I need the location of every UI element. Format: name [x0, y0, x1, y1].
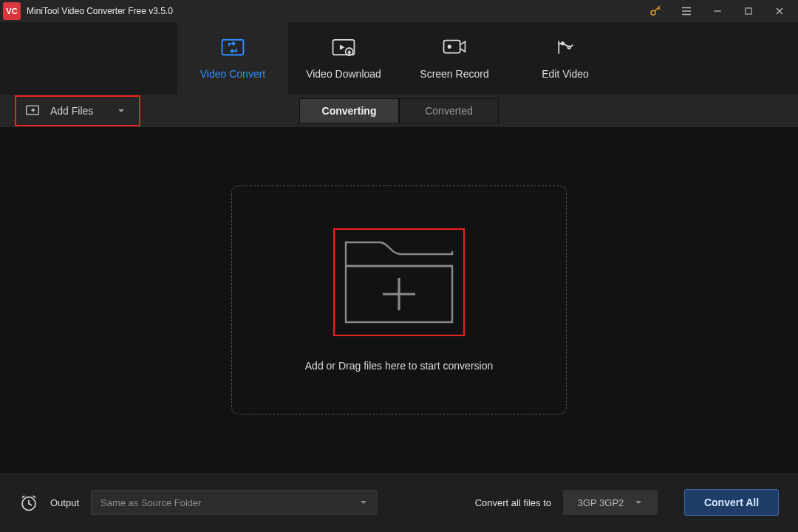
convert-all-button-label: Convert All [704, 497, 759, 508]
download-icon [331, 37, 356, 60]
subtab-label: Converting [322, 105, 377, 117]
main-panel: Add or Drag files here to start conversi… [0, 127, 798, 473]
app-title: MiniTool Video Converter Free v3.5.0 [27, 6, 173, 16]
chevron-down-icon [634, 497, 643, 508]
edit-icon [554, 37, 576, 60]
convert-all-button[interactable]: Convert All [684, 489, 779, 516]
tab-label: Video Download [306, 68, 381, 80]
output-folder-value: Same as Source Folder [100, 497, 202, 508]
close-button[interactable] [764, 0, 795, 22]
tab-label: Edit Video [542, 68, 589, 80]
add-files-label: Add Files [50, 105, 93, 117]
menu-icon[interactable] [671, 0, 702, 22]
subtab-converted[interactable]: Converted [399, 98, 499, 123]
tab-video-convert[interactable]: Video Convert [177, 22, 288, 95]
output-format-value: 3GP 3GP2 [578, 497, 624, 508]
add-file-icon [25, 103, 40, 119]
add-files-button[interactable]: Add Files [15, 95, 140, 126]
bottom-bar: Output Same as Source Folder Convert all… [0, 473, 798, 532]
app-logo: VC [3, 2, 21, 20]
main-tabs: Video Convert Video Download Screen Reco… [0, 22, 798, 95]
tab-video-download[interactable]: Video Download [288, 22, 399, 95]
svg-point-0 [651, 10, 655, 15]
tab-edit-video[interactable]: Edit Video [510, 22, 621, 95]
svg-rect-1 [746, 8, 751, 14]
subtab-label: Converted [425, 105, 473, 117]
chevron-down-icon [359, 497, 368, 508]
drop-instruction-text: Add or Drag files here to start conversi… [305, 360, 493, 372]
titlebar: VC MiniTool Video Converter Free v3.5.0 [0, 0, 798, 22]
subtab-converting[interactable]: Converting [299, 98, 399, 123]
chevron-down-icon [117, 105, 126, 117]
sub-tabs: Converting Converted [299, 98, 499, 123]
svg-rect-5 [444, 41, 460, 53]
output-label: Output [50, 497, 79, 508]
tab-label: Video Convert [200, 68, 265, 80]
add-folder-icon[interactable] [333, 228, 465, 336]
convert-all-label: Convert all files to [475, 497, 551, 508]
minimize-button[interactable] [702, 0, 733, 22]
output-folder-select[interactable]: Same as Source Folder [91, 490, 378, 515]
upgrade-key-icon[interactable] [640, 0, 671, 22]
output-format-select[interactable]: 3GP 3GP2 [563, 490, 658, 515]
tab-screen-record[interactable]: Screen Record [399, 22, 510, 95]
svg-point-6 [448, 45, 451, 49]
tab-label: Screen Record [420, 68, 488, 80]
toolbar: Add Files Converting Converted [0, 95, 798, 127]
record-icon [442, 37, 467, 60]
schedule-icon[interactable] [19, 493, 38, 512]
drop-area[interactable]: Add or Drag files here to start conversi… [231, 185, 567, 415]
convert-icon [220, 37, 245, 60]
maximize-button[interactable] [733, 0, 764, 22]
